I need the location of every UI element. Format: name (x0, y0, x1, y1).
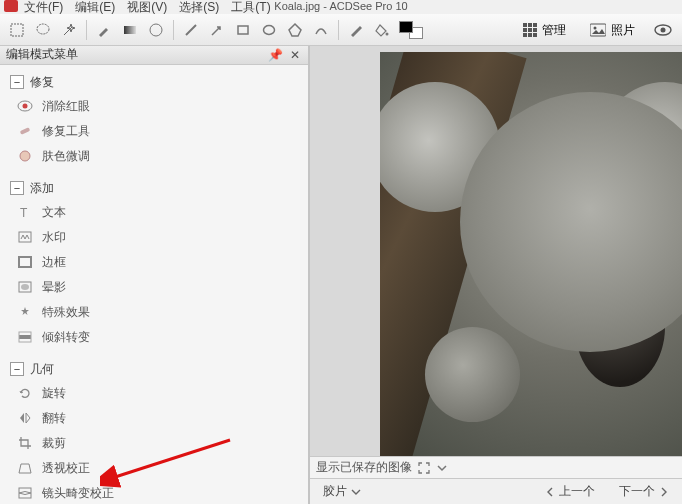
item-heal[interactable]: 修复工具 (10, 119, 300, 144)
tool-bucket-icon[interactable] (371, 19, 393, 41)
tool-arrow-icon[interactable] (206, 19, 228, 41)
tiltshift-icon (16, 329, 34, 345)
tool-ellipse-icon[interactable] (258, 19, 280, 41)
item-label: 修复工具 (42, 123, 90, 140)
status-bar: 显示已保存的图像 (310, 456, 682, 478)
item-border[interactable]: 边框 (10, 250, 300, 275)
image-content (380, 52, 682, 456)
panel-actions: 📌 ✕ (268, 48, 302, 62)
tool-wand-icon[interactable] (58, 19, 80, 41)
prev-label: 上一个 (559, 483, 595, 500)
item-watermark[interactable]: 水印 (10, 225, 300, 250)
collapse-icon[interactable]: − (10, 362, 24, 376)
svg-rect-15 (20, 127, 31, 135)
item-label: 边框 (42, 254, 66, 271)
crop-icon (16, 435, 34, 451)
svg-marker-24 (19, 464, 31, 473)
section-head-add[interactable]: − 添加 (8, 177, 300, 200)
section-head-geometry[interactable]: − 几何 (8, 358, 300, 381)
item-tiltshift[interactable]: 倾斜转变 (10, 325, 300, 350)
svg-point-10 (594, 27, 597, 30)
item-redeye[interactable]: 消除红眼 (10, 94, 300, 119)
tab-manage-label: 管理 (542, 22, 566, 39)
item-label: 倾斜转变 (42, 329, 90, 346)
redeye-icon (16, 98, 34, 114)
tool-curve-icon[interactable] (310, 19, 332, 41)
panel-body: − 修复 消除红眼 修复工具 肤色微调 − 添加 T文本 水印 边框 (0, 65, 308, 504)
section-title: 几何 (30, 361, 54, 378)
item-vignette[interactable]: 晕影 (10, 275, 300, 300)
svg-rect-2 (124, 26, 136, 34)
item-rotate[interactable]: 旋转 (10, 381, 300, 406)
svg-rect-0 (11, 24, 23, 36)
tool-rect-icon[interactable] (232, 19, 254, 41)
image-viewer[interactable] (310, 46, 682, 456)
item-label: 肤色微调 (42, 148, 90, 165)
svg-point-1 (37, 24, 49, 34)
section-add: − 添加 T文本 水印 边框 晕影 特殊效果 倾斜转变 (8, 177, 300, 350)
svg-text:T: T (20, 206, 28, 219)
svg-point-6 (264, 25, 275, 34)
item-text[interactable]: T文本 (10, 200, 300, 225)
svg-point-14 (23, 104, 28, 109)
item-label: 消除红眼 (42, 98, 90, 115)
tab-photos[interactable]: 照片 (581, 18, 644, 43)
svg-point-21 (21, 284, 29, 290)
perspective-icon (16, 460, 34, 476)
item-lens[interactable]: 镜头畸变校正 (10, 481, 300, 504)
svg-rect-9 (590, 24, 606, 36)
text-icon: T (16, 204, 34, 220)
panel-title: 编辑模式菜单 (6, 46, 78, 63)
svg-point-3 (150, 24, 162, 36)
svg-rect-22 (19, 335, 31, 339)
collapse-icon[interactable]: − (10, 181, 24, 195)
collapse-icon[interactable]: − (10, 75, 24, 89)
toolbar-separator (338, 20, 339, 40)
effects-icon (16, 304, 34, 320)
tab-manage[interactable]: 管理 (514, 18, 575, 43)
item-effects[interactable]: 特殊效果 (10, 300, 300, 325)
pin-icon[interactable]: 📌 (268, 48, 282, 62)
panel-header: 编辑模式菜单 📌 ✕ (0, 46, 308, 65)
filmstrip-button[interactable]: 胶片 (316, 480, 368, 503)
color-swatches[interactable] (397, 19, 425, 41)
item-perspective[interactable]: 透视校正 (10, 456, 300, 481)
tab-photos-label: 照片 (611, 22, 635, 39)
skin-icon (16, 148, 34, 164)
prev-button[interactable]: 上一个 (538, 480, 602, 503)
watermark-icon (16, 229, 34, 245)
next-button[interactable]: 下一个 (612, 480, 676, 503)
tool-eyedrop-icon[interactable] (345, 19, 367, 41)
tool-radial-icon[interactable] (145, 19, 167, 41)
item-skintone[interactable]: 肤色微调 (10, 144, 300, 169)
item-flip[interactable]: 翻转 (10, 406, 300, 431)
left-panel: 编辑模式菜单 📌 ✕ − 修复 消除红眼 修复工具 肤色微调 (0, 46, 310, 504)
tool-select-rect-icon[interactable] (6, 19, 28, 41)
eye-button[interactable] (650, 18, 676, 42)
rotate-icon (16, 385, 34, 401)
chevron-down-icon[interactable] (436, 462, 448, 474)
item-label: 水印 (42, 229, 66, 246)
main-area: 编辑模式菜单 📌 ✕ − 修复 消除红眼 修复工具 肤色微调 (0, 46, 682, 504)
svg-rect-5 (238, 26, 248, 34)
tool-brush-icon[interactable] (93, 19, 115, 41)
tool-gradient-icon[interactable] (119, 19, 141, 41)
svg-rect-18 (19, 232, 31, 242)
svg-point-8 (386, 32, 389, 35)
tool-polygon-icon[interactable] (284, 19, 306, 41)
right-area: 显示已保存的图像 胶片 上一个 下一个 (310, 46, 682, 504)
expand-icon[interactable] (418, 462, 430, 474)
close-icon[interactable]: ✕ (288, 48, 302, 62)
filmstrip-label: 胶片 (323, 483, 347, 500)
item-label: 旋转 (42, 385, 66, 402)
tool-line-icon[interactable] (180, 19, 202, 41)
tool-lasso-icon[interactable] (32, 19, 54, 41)
item-label: 透视校正 (42, 460, 90, 477)
flip-icon (16, 410, 34, 426)
fg-color-swatch[interactable] (399, 21, 413, 33)
svg-line-4 (186, 25, 196, 35)
heal-icon (16, 123, 34, 139)
section-head-repair[interactable]: − 修复 (8, 71, 300, 94)
item-crop[interactable]: 裁剪 (10, 431, 300, 456)
item-label: 镜头畸变校正 (42, 485, 114, 502)
